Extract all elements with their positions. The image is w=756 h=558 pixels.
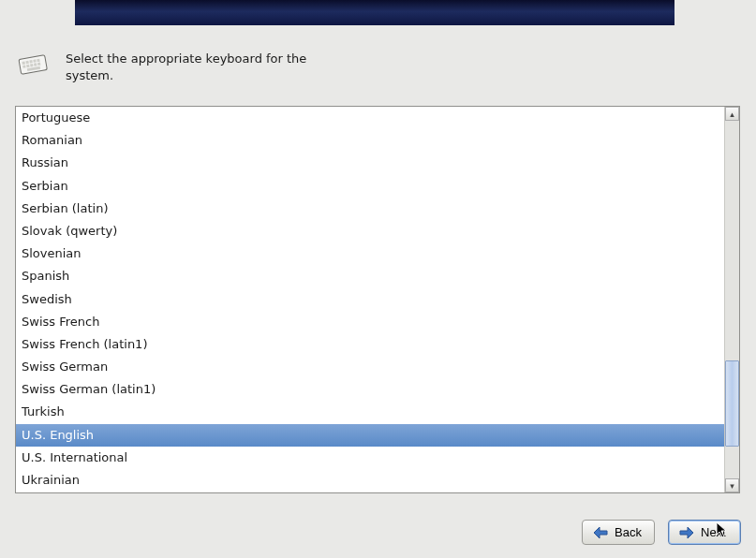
scroll-up-button[interactable]: ▴	[725, 107, 739, 121]
arrow-left-icon	[592, 526, 609, 539]
list-item[interactable]: Swiss French (latin1)	[16, 333, 724, 356]
list-item[interactable]: Romanian	[16, 129, 724, 152]
arrow-right-icon	[678, 526, 695, 539]
keyboard-listbox[interactable]: PortugueseRomanianRussianSerbianSerbian …	[15, 106, 740, 493]
list-item[interactable]: Swiss German (latin1)	[16, 378, 724, 401]
scroll-track[interactable]	[725, 121, 739, 478]
list-item[interactable]: Portuguese	[16, 107, 724, 129]
svg-rect-9	[34, 63, 37, 66]
list-item[interactable]: Ukrainian	[16, 469, 724, 492]
svg-rect-1	[22, 61, 24, 64]
list-item[interactable]: Slovenian	[16, 242, 724, 265]
list-item[interactable]: Russian	[16, 152, 724, 174]
svg-rect-0	[19, 55, 47, 75]
svg-rect-5	[37, 59, 39, 62]
svg-rect-2	[25, 61, 28, 64]
instruction-text: Select the appropriate keyboard for the …	[66, 51, 309, 83]
svg-rect-10	[37, 63, 40, 66]
list-item[interactable]: Serbian	[16, 175, 724, 198]
next-button-label: Next	[701, 525, 726, 539]
list-item[interactable]: United Kingdom	[16, 492, 724, 492]
list-item[interactable]: Turkish	[16, 401, 724, 423]
list-item[interactable]: U.S. International	[16, 447, 724, 469]
scroll-thumb[interactable]	[725, 360, 739, 447]
footer-buttons: Back Next	[582, 520, 741, 545]
list-item[interactable]: U.S. English	[16, 424, 724, 447]
list-item[interactable]: Spanish	[16, 265, 724, 287]
svg-rect-4	[33, 59, 36, 62]
svg-rect-7	[26, 65, 29, 67]
svg-rect-6	[22, 65, 25, 67]
banner	[75, 0, 674, 25]
list-item[interactable]: Serbian (latin)	[16, 198, 724, 220]
scroll-down-button[interactable]: ▾	[725, 478, 739, 492]
list-item[interactable]: Swedish	[16, 288, 724, 311]
keyboard-icon	[17, 51, 49, 77]
header: Select the appropriate keyboard for the …	[17, 51, 309, 83]
svg-rect-8	[30, 64, 33, 66]
back-button[interactable]: Back	[582, 520, 655, 545]
next-button[interactable]: Next	[668, 520, 741, 545]
list-item[interactable]: Swiss German	[16, 356, 724, 378]
list-item[interactable]: Slovak (qwerty)	[16, 220, 724, 242]
scrollbar[interactable]: ▴ ▾	[724, 107, 739, 492]
list-item[interactable]: Swiss French	[16, 311, 724, 333]
back-button-label: Back	[615, 525, 642, 539]
svg-rect-3	[29, 60, 32, 63]
